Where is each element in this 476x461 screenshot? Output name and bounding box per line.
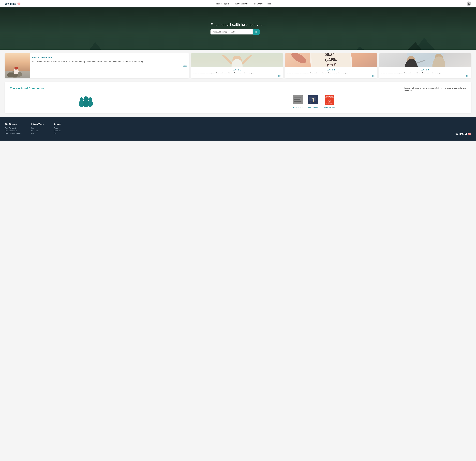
article-2-text: Lorem ipsum dolor sit amet, consetetur s… xyxy=(287,72,375,74)
community-title: The WellMind Community xyxy=(10,87,44,90)
forums-link[interactable]: View Forums xyxy=(293,106,303,108)
feature-article-body: Feature Article Title Lorem ipsum dolor … xyxy=(30,53,189,78)
footer-brand-area: WellMind 🧠 xyxy=(456,123,471,136)
footer-link-info[interactable]: Info xyxy=(31,127,44,129)
article-2-link[interactable]: Link xyxy=(287,75,375,77)
footer-privacy-heading: Privacy/Terms xyxy=(31,123,44,125)
bookclub-link[interactable]: View Book Club xyxy=(323,106,335,108)
article-1-link[interactable]: Link xyxy=(193,75,281,77)
svg-text:VULNERABILITY: VULNERABILITY xyxy=(325,97,334,98)
forums-icon-container xyxy=(293,95,303,105)
svg-rect-61 xyxy=(301,97,301,98)
nav-find-resources[interactable]: Find Other Resources xyxy=(253,3,271,5)
article-2-svg: SELF CARE ISN'T SELFISH xyxy=(285,53,377,67)
footer: Site Directory Find Therapists Find Comm… xyxy=(0,117,476,140)
footer-link-requests[interactable]: Requests xyxy=(31,130,44,132)
navbar: WellMind 🧠 Find Therapists Find Communit… xyxy=(0,0,476,8)
footer-link-etc-contact[interactable]: Etc. xyxy=(54,133,61,135)
hero-section: Find mental health help near you... xyxy=(0,8,476,50)
article-3-body: Article 3 Lorem ipsum dolor sit amet, co… xyxy=(379,67,471,78)
community-action-bookclub: THE POWER OF VULNERABILITY 🕊 BRENÉ BROWN… xyxy=(323,95,335,108)
footer-contact-heading: Contact xyxy=(54,123,61,125)
community-title-brand: WellMind xyxy=(16,87,28,90)
article-3-link[interactable]: Link xyxy=(381,75,469,77)
search-input[interactable] xyxy=(211,29,253,35)
svg-rect-63 xyxy=(309,96,316,102)
reviews-link[interactable]: View Reviews xyxy=(308,106,318,108)
community-people-svg xyxy=(77,96,94,107)
article-3-image xyxy=(379,53,471,67)
svg-text:ISN'T: ISN'T xyxy=(327,63,336,67)
footer-link-resources[interactable]: Find Other Resources xyxy=(5,133,21,135)
community-action-forums: View Forums xyxy=(293,95,303,108)
footer-brain-icon: 🧠 xyxy=(468,133,471,136)
footer-brand-name: WellMind xyxy=(456,133,467,136)
feature-article-link[interactable]: Link xyxy=(32,65,187,67)
article-1-title: Article 1 xyxy=(193,69,281,71)
article-3-title: Article 3 xyxy=(381,69,469,71)
search-icon xyxy=(255,31,257,33)
reviews-icon-container xyxy=(308,95,318,105)
feature-article-title: Feature Article Title xyxy=(32,56,187,59)
footer-link-about[interactable]: About xyxy=(54,127,61,129)
svg-text:BRENÉ BROWN: BRENÉ BROWN xyxy=(326,103,332,104)
svg-point-25 xyxy=(14,67,18,69)
search-button[interactable] xyxy=(253,29,260,35)
article-2-image: SELF CARE ISN'T SELFISH xyxy=(285,53,377,67)
hero-content: Find mental health help near you... xyxy=(211,23,265,35)
article-card-3: Article 3 Lorem ipsum dolor sit amet, co… xyxy=(379,53,471,78)
footer-col-directory: Site Directory Find Therapists Find Comm… xyxy=(5,123,21,136)
footer-link-community[interactable]: Find Community xyxy=(5,130,21,132)
article-1-svg xyxy=(191,53,283,67)
community-subtitle: Interact with community members, post ab… xyxy=(404,87,466,91)
nav-find-community[interactable]: Find Community xyxy=(234,3,248,5)
footer-col-privacy: Privacy/Terms Info Requests Etc. xyxy=(31,123,44,136)
svg-rect-58 xyxy=(294,97,301,98)
feature-article-image xyxy=(5,53,30,78)
feature-article-text: Lorem ipsum dolor sit amet, consetetur s… xyxy=(32,61,187,63)
community-title-prefix: The xyxy=(10,87,16,90)
reviews-icon-svg xyxy=(308,95,318,104)
feature-article-card: Feature Article Title Lorem ipsum dolor … xyxy=(5,53,189,78)
nav-find-therapists[interactable]: Find Therapists xyxy=(216,3,229,5)
hero-search-bar xyxy=(211,29,265,35)
svg-line-18 xyxy=(257,32,257,33)
footer-grid: Site Directory Find Therapists Find Comm… xyxy=(5,123,471,136)
svg-point-56 xyxy=(83,100,89,107)
svg-point-0 xyxy=(468,3,469,4)
svg-rect-60 xyxy=(294,101,301,102)
user-avatar[interactable] xyxy=(467,1,471,6)
article-1-text: Lorem ipsum dolor sit amet, consetetur s… xyxy=(193,72,281,74)
svg-text:THE POWER OF: THE POWER OF xyxy=(326,96,332,97)
footer-link-therapists[interactable]: Find Therapists xyxy=(5,127,21,129)
articles-section: Feature Article Title Lorem ipsum dolor … xyxy=(0,50,476,82)
svg-rect-59 xyxy=(294,99,300,100)
svg-text:🕊: 🕊 xyxy=(328,99,331,103)
footer-col-contact: Contact About Directory Etc. xyxy=(54,123,61,136)
article-3-svg xyxy=(379,53,471,67)
article-3-text: Lorem ipsum dolor sit amet, consetetur s… xyxy=(381,72,469,74)
feature-image-svg xyxy=(5,53,30,78)
articles-grid: Feature Article Title Lorem ipsum dolor … xyxy=(5,53,471,78)
article-2-body: Article 2 Lorem ipsum dolor sit amet, co… xyxy=(285,67,377,78)
community-action-reviews: View Reviews xyxy=(308,95,318,108)
hero-title: Find mental health help near you... xyxy=(211,23,265,27)
footer-directory-heading: Site Directory xyxy=(5,123,21,125)
footer-brand[interactable]: WellMind 🧠 xyxy=(456,133,471,136)
article-1-image xyxy=(191,53,283,67)
forums-icon-svg xyxy=(293,95,303,104)
community-actions: View Forums xyxy=(162,95,466,108)
brand-name: WellMind xyxy=(5,2,16,5)
brain-icon: 🧠 xyxy=(17,2,21,5)
community-section: The WellMind Community Interact with com… xyxy=(5,82,471,113)
article-2-title: Article 2 xyxy=(287,69,375,71)
brand-logo[interactable]: WellMind 🧠 xyxy=(5,2,21,5)
footer-link-directory[interactable]: Directory xyxy=(54,130,61,132)
community-top: The WellMind Community Interact with com… xyxy=(10,87,466,91)
footer-link-etc-privacy[interactable]: Etc. xyxy=(31,133,44,135)
community-bottom: View Forums xyxy=(10,95,466,108)
article-card-2: SELF CARE ISN'T SELFISH Article 2 Lorem … xyxy=(285,53,377,78)
article-1-body: Article 1 Lorem ipsum dolor sit amet, co… xyxy=(191,67,283,78)
article-card-1: Article 1 Lorem ipsum dolor sit amet, co… xyxy=(191,53,283,78)
bookclub-icon-svg: THE POWER OF VULNERABILITY 🕊 BRENÉ BROWN xyxy=(325,95,334,105)
